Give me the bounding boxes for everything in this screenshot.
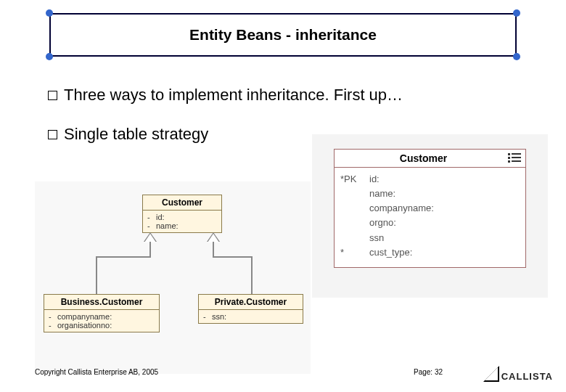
uml-class-business-customer: Business.Customer -companyname: -organis…: [44, 294, 160, 332]
uml-class-name: Private.Customer: [199, 295, 303, 310]
uml-line: [96, 256, 151, 258]
uml-class-customer: Customer -id: -name:: [142, 195, 222, 233]
db-table-customer: Customer *PKid: name: companyname: orgno…: [334, 149, 526, 268]
uml-attr: -companyname:: [49, 312, 155, 321]
uml-attr: -name:: [147, 221, 217, 230]
corner-dot: [513, 53, 520, 60]
uml-class-body: -ssn:: [199, 310, 303, 323]
uml-class-body: -id: -name:: [143, 211, 221, 232]
uml-class-name: Customer: [143, 195, 221, 211]
db-table-body: *PKid: name: companyname: orgno: ssn *cu…: [335, 168, 525, 267]
copyright-text: Copyright Callista Enterprise AB, 2005: [35, 368, 158, 376]
db-column: ssn: [340, 231, 520, 245]
logo-triangle-icon: [483, 366, 499, 382]
bullet-item: Three ways to implement inheritance. Fir…: [48, 86, 403, 105]
corner-dot: [46, 53, 53, 60]
bullet-text: Single table strategy: [64, 125, 208, 144]
db-column: *cust_type:: [340, 245, 520, 260]
uml-class-private-customer: Private.Customer -ssn:: [198, 294, 303, 324]
db-column: orgno:: [340, 216, 520, 230]
uml-line: [96, 256, 97, 294]
page-number: Page: 32: [414, 368, 443, 376]
db-column: companyname:: [340, 201, 520, 216]
uml-diagram: Customer -id: -name: Business.Customer -…: [35, 181, 311, 374]
logo-text: CALLISTA: [501, 371, 553, 382]
callista-logo: CALLISTA: [483, 366, 553, 382]
corner-dot: [513, 9, 520, 17]
uml-attr: -id:: [147, 213, 217, 221]
db-table-header: Customer: [335, 150, 525, 168]
uml-attr: -ssn:: [203, 312, 298, 321]
corner-dot: [46, 9, 53, 17]
list-icon: [508, 153, 521, 163]
title-box: Entity Beans - inheritance: [49, 13, 517, 57]
bullet-square-icon: [48, 91, 57, 100]
db-column: name:: [340, 187, 520, 201]
uml-line: [213, 242, 214, 256]
bullet-text: Three ways to implement inheritance. Fir…: [64, 86, 403, 105]
bullet-square-icon: [48, 130, 57, 139]
uml-attr: -organisationno:: [49, 321, 155, 330]
uml-class-name: Business.Customer: [44, 295, 159, 310]
db-column: *PKid:: [340, 172, 520, 187]
page-title: Entity Beans - inheritance: [189, 26, 377, 44]
db-table-panel: Customer *PKid: name: companyname: orgno…: [312, 134, 548, 298]
db-table-name: Customer: [339, 152, 508, 164]
uml-line: [251, 256, 253, 294]
uml-class-body: -companyname: -organisationno:: [44, 310, 159, 332]
uml-line: [149, 242, 151, 256]
uml-line: [213, 256, 253, 258]
